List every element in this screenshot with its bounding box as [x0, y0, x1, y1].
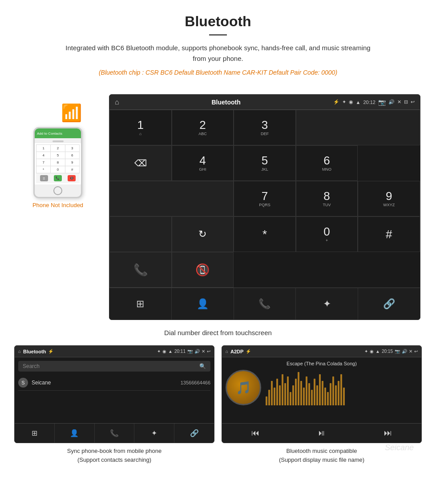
phonebook-status-bar: ⌂ Bluetooth ⚡ ✦ ◉ ▲ 20:11 📷 🔊 ✕ ↩	[15, 346, 214, 357]
dial-key-0[interactable]: 0 +	[296, 216, 358, 252]
dial-display-row2	[109, 181, 234, 216]
dial-key-5[interactable]: 5 JKL	[234, 145, 296, 181]
call-icon: 📞	[133, 263, 148, 277]
dial-key-3[interactable]: 3 DEF	[234, 110, 296, 145]
music-usb-icon: ⚡	[246, 349, 251, 354]
music-close-icon[interactable]: ✕	[409, 349, 412, 354]
dial-key-1[interactable]: 1 ⌂	[109, 110, 172, 145]
phonebook-item: ⌂ Bluetooth ⚡ ✦ ◉ ▲ 20:11 📷 🔊 ✕ ↩	[14, 345, 214, 466]
music-screen: ⌂ A2DP ⚡ ✦ ◉ ▲ 20:15 📷 🔊 ✕ ↩ Escape (The	[222, 345, 422, 443]
dial-key-8[interactable]: 8 TUV	[296, 181, 358, 216]
viz-bar	[322, 381, 323, 405]
phone-home-button[interactable]	[53, 186, 62, 195]
play-pause-btn[interactable]: ⏯	[313, 428, 330, 438]
viz-bar	[343, 388, 345, 405]
pb-back-icon[interactable]: ↩	[207, 349, 210, 354]
song-title: Escape (The Pina Colada Song)	[287, 361, 357, 366]
middle-section: 📶 Add to Contacts 1 2 3 4 5 6 7 8 9 * 0	[0, 85, 436, 324]
dial-status-bar: ⌂ Bluetooth ⚡ ✦ ◉ ▲ 20:12 📷 🔊 ✕ ⊟ ↩	[109, 95, 420, 110]
dial-key-6[interactable]: 6 MNO	[296, 145, 358, 181]
phone-app-label: Add to Contacts	[37, 132, 62, 136]
pb-bt-icon: ✦	[157, 349, 161, 354]
next-btn[interactable]: ⏭	[379, 428, 396, 438]
dial-key-hash[interactable]: #	[358, 216, 420, 252]
viz-bar	[303, 388, 305, 405]
viz-bar	[268, 390, 270, 405]
viz-bar	[338, 381, 339, 405]
contact-name: Seicane	[32, 380, 181, 386]
home-icon[interactable]: ⌂	[115, 98, 119, 106]
phone-call-btn[interactable]: 📞	[54, 175, 62, 181]
pb-phone-btn[interactable]: 📞	[95, 424, 135, 443]
phonebook-toolbar: ⊞ 👤 📞 ✦ 🔗	[15, 423, 214, 443]
camera-icon: 📷	[378, 99, 386, 106]
contact-row[interactable]: S Seicane 13566664466	[18, 375, 210, 391]
phone-key-1[interactable]: 1	[36, 145, 50, 152]
viz-bar	[284, 383, 286, 405]
viz-bar	[319, 374, 321, 405]
phone-end-btn[interactable]: 📵	[68, 175, 76, 181]
phone-key-9[interactable]: 9	[65, 159, 79, 166]
pb-home-icon[interactable]: ⌂	[18, 349, 21, 354]
music-toolbar: ⏮ ⏯ ⏭	[222, 423, 421, 443]
phone-key-2[interactable]: 2	[51, 145, 65, 152]
dial-key-2[interactable]: 2 ABC	[172, 110, 234, 145]
volume-icon: 🔊	[388, 99, 395, 105]
dial-key-4[interactable]: 4 GHI	[172, 145, 234, 181]
dial-key-9[interactable]: 9 WXYZ	[358, 181, 420, 216]
phone-key-6[interactable]: 6	[65, 152, 79, 159]
pb-contacts-btn[interactable]: 👤	[55, 424, 95, 443]
phone-mock: Add to Contacts 1 2 3 4 5 6 7 8 9 * 0 #	[33, 127, 82, 198]
phone-key-3[interactable]: 3	[65, 145, 79, 152]
minimize-icon[interactable]: ⊟	[404, 99, 408, 105]
link-toolbar-btn[interactable]: 🔗	[358, 288, 420, 320]
bluetooth-toolbar-btn[interactable]: ✦	[296, 288, 358, 320]
phone-key-5[interactable]: 5	[51, 152, 65, 159]
dial-key-7[interactable]: 7 PQRS	[234, 181, 296, 216]
viz-bar	[298, 372, 299, 405]
music-home-icon[interactable]: ⌂	[226, 349, 228, 354]
viz-bar	[306, 376, 307, 405]
music-bt-icon: ✦	[364, 349, 368, 354]
contacts-toolbar-btn[interactable]: 👤	[172, 288, 234, 320]
music-back-icon[interactable]: ↩	[414, 349, 418, 354]
viz-bar	[316, 385, 318, 405]
phone-key-4[interactable]: 4	[36, 152, 50, 159]
music-loc-icon: ◉	[370, 349, 374, 354]
phone-dial-pad: 1 2 3 4 5 6 7 8 9 * 0 #	[36, 144, 80, 173]
phone-top-bar: Add to Contacts	[35, 128, 81, 138]
dial-screen-title: Bluetooth	[211, 99, 240, 106]
dial-end-btn[interactable]: 📵	[172, 252, 234, 288]
phonebook-body: Search 🔍 S Seicane 13566664466	[15, 357, 214, 423]
phone-key-8[interactable]: 8	[51, 159, 65, 166]
end-call-icon: 📵	[195, 263, 210, 277]
phone-key-star[interactable]: *	[36, 166, 50, 173]
close-icon[interactable]: ✕	[397, 99, 401, 105]
phone-key-0[interactable]: 0	[51, 166, 65, 173]
dial-backspace[interactable]: ⌫	[109, 145, 172, 181]
back-icon[interactable]: ↩	[411, 99, 415, 105]
dial-screen-caption: Dial number direct from touchscreen	[0, 324, 436, 345]
phone-bottom-row: ☰ 📞 📵	[36, 173, 80, 183]
dial-refresh[interactable]: ↻	[172, 216, 234, 252]
viz-bar	[335, 385, 337, 405]
dial-key-star[interactable]: *	[234, 216, 296, 252]
search-bar[interactable]: Search 🔍	[18, 361, 210, 372]
music-time: 20:15	[382, 349, 393, 354]
dialpad-toolbar-btn[interactable]: ⊞	[109, 288, 172, 320]
search-placeholder: Search	[23, 363, 40, 369]
phone-toolbar-btn[interactable]: 📞	[234, 288, 296, 320]
pb-link-btn[interactable]: 🔗	[174, 424, 214, 443]
pb-cam-icon: 📷	[187, 349, 193, 354]
phone-menu-btn: ☰	[40, 175, 48, 181]
viz-bar	[266, 396, 267, 405]
refresh-icon: ↻	[198, 228, 206, 240]
pb-close-icon[interactable]: ✕	[202, 349, 205, 354]
dial-call-btn[interactable]: 📞	[109, 252, 172, 288]
pb-bluetooth-btn[interactable]: ✦	[134, 424, 174, 443]
phone-key-hash[interactable]: #	[65, 166, 79, 173]
viz-bar	[276, 379, 278, 405]
prev-btn[interactable]: ⏮	[247, 428, 264, 438]
phone-key-7[interactable]: 7	[36, 159, 50, 166]
pb-dialpad-btn[interactable]: ⊞	[15, 424, 55, 443]
